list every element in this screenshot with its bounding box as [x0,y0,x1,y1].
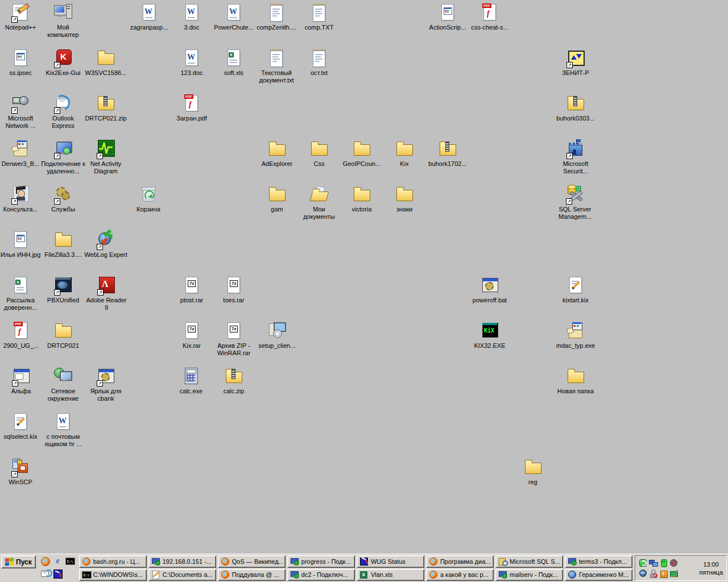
desktop-icon[interactable]: ↗Net Activity Diagram [83,139,129,175]
tray-blocked-icon[interactable] [669,559,678,567]
folderzip-icon [437,139,458,159]
desktop-icon[interactable]: calc.zip [211,367,257,395]
desktop-icon[interactable]: ост.txt [296,48,342,77]
taskbar-window-button[interactable]: QoS — Википед... [218,555,286,568]
tray-globe-icon[interactable] [639,569,647,577]
desktop-icon[interactable]: K↗Kix2Exe-Gui [40,48,86,77]
desktop-icon[interactable]: Новая папка [553,367,598,395]
desktop-icon[interactable]: Denwer3_B... [0,139,43,168]
desktop-icon[interactable]: ↗WinSCP [0,458,43,486]
desktop-icon[interactable]: compZenith.... [254,3,299,31]
desktop-icon[interactable]: ↗Notepad++ [0,3,43,31]
desktop-icon[interactable]: Wс почтовым ящиком hr ... [40,412,86,448]
desktop-icon[interactable]: ↗Microsoft Network ... [0,94,43,130]
desktop-icon[interactable]: buhork1702... [425,139,470,168]
tray-user-x-icon[interactable]: x [649,569,657,577]
desktop-icon[interactable]: знаки [382,185,427,213]
desktop-icon[interactable]: 7ztoes.rar [211,276,257,304]
desktop-icon[interactable]: ↗Подключение к удаленно... [40,139,86,175]
desktop-icon[interactable]: Текстовый документ.txt [254,48,299,84]
desktop[interactable]: ↗Notepad++Мой компьютерWzagranpasp...W3.… [0,0,728,582]
desktop-icon[interactable]: kixtart.kix [553,276,598,304]
desktop-icon[interactable]: ↗WebLog Expert [83,230,129,259]
taskbar-window-button[interactable]: progress - Подк... [287,555,355,568]
desktop-icon[interactable]: Мой компьютер [40,3,86,39]
desktop-icon[interactable]: W3.doc [169,3,214,31]
taskbar-window-button[interactable]: C:\C:\WINDOWS\s... [79,569,147,581]
taskbar-window-button[interactable]: а какой у вас р... [426,569,494,581]
wug-quicklaunch-button[interactable] [53,569,63,579]
desktop-icon[interactable]: buhork0303... [553,94,598,122]
tray-nic-icon[interactable] [669,569,678,577]
taskbar-window-button[interactable]: 192.168.0.151 -... [148,555,216,568]
desktop-icon[interactable]: ↗Outlook Express [40,94,86,130]
ie-quicklaunch-button[interactable]: e [53,556,63,567]
desktop-icon[interactable]: ss.ipsec [0,48,43,77]
desktop-icon[interactable]: DRTCP021 [40,321,86,350]
desktop-icon[interactable]: Корзина [126,185,171,213]
desktop-icon[interactable]: poweroff.bat [467,276,512,304]
desktop-icon[interactable]: mdac_typ.exe [553,321,598,350]
desktop-icon[interactable]: calc.exe [168,367,214,395]
taskbar-window-button[interactable]: Поддувала @ ... [218,569,286,581]
desktop-icon[interactable]: Илья ИНН.jpg [0,230,43,259]
desktop-icon[interactable]: PDFf2900_UG_... [0,321,44,350]
tray-computers-icon[interactable] [649,559,657,567]
taskbar-window-button[interactable]: mailserv - Подк... [495,569,563,581]
desktop-icon[interactable]: GeoIPCoun... [339,139,384,168]
desktop-icon[interactable]: Λ↗Adobe Reader 9 [84,276,129,311]
desktop-icon[interactable]: ↗SQL Server Managem... [552,185,598,221]
desktop-icon[interactable]: ↗Ярлык для cbank [83,367,129,402]
desktop-icon[interactable]: 7zptost.rar [169,276,214,304]
desktop-icon[interactable]: KiXKIX32.EXE [467,321,512,350]
desktop-icon[interactable]: Мои документы [296,185,342,221]
desktop-icon[interactable]: 7zАрхив ZIP - WinRAR.rar [211,321,257,357]
tray-alert-icon[interactable]: ! [659,569,668,577]
taskbar-window-button[interactable]: XVlan.xls [357,569,424,581]
desktop-icon[interactable]: XРассылка доверенн... [0,276,43,311]
desktop-icon[interactable]: W123.doc [169,48,214,77]
cmd-quicklaunch-button[interactable]: C:\ [65,556,76,567]
taskbar-window-button[interactable]: Герасименко М... [565,569,632,581]
desktop-icon[interactable]: ↗PBXUnified [40,276,86,304]
desktop-icon[interactable]: Css [296,139,342,168]
desktop-icon[interactable]: 7zKix.rar [169,321,214,350]
desktop-icon[interactable]: ↗Альфа [0,367,44,395]
taskbar-window-button[interactable]: Программа диа... [426,555,494,568]
desktop-icon[interactable]: Сетевое окружение [40,367,86,402]
desktop-icon[interactable]: DRTCP021.zip [83,94,129,122]
desktop-icon[interactable]: W3SVC1586... [83,48,129,77]
desktop-icon[interactable]: ↗Консульта... [0,185,43,213]
desktop-icon[interactable]: ↗Microsoft Securit... [553,139,598,175]
desktop-icon-label: ptost.rar [169,297,214,304]
taskbar-window-button[interactable]: WUG Status [357,555,424,568]
desktop-icon[interactable]: PDFfcss-cheat-s... [467,3,512,31]
desktop-icon[interactable]: gam [254,185,300,213]
desktop-icon[interactable]: PDFfЗагран.pdf [169,94,214,122]
taskbar-window-button[interactable]: Microsoft SQL S... [495,555,563,568]
desktop-icon[interactable]: ↗Службы [40,185,86,213]
desktop-icon[interactable]: setup_clien... [254,321,300,350]
desktop-icon[interactable]: victoria [339,185,384,213]
desktop-icon[interactable]: Wzagranpasp... [126,3,172,31]
firefox-quicklaunch-button[interactable] [40,556,51,567]
outlook-express-quicklaunch-button[interactable] [40,569,51,579]
desktop-icon[interactable]: ActionScrip... [425,3,470,31]
desktop-icon[interactable]: comp.TXT [296,3,342,31]
tray-update-icon[interactable] [639,559,647,567]
desktop-icon[interactable]: ↗ЗЕНИТ-Р [553,48,598,77]
desktop-icon[interactable]: AdExplorer [254,139,300,168]
desktop-icon[interactable]: sqlselect.kix [0,412,43,440]
desktop-icon[interactable]: FileZilla3.3.... [40,230,86,259]
desktop-icon[interactable]: Xsoft.xls [211,48,257,77]
clock[interactable]: 13:00 пятница [699,560,724,576]
desktop-icon[interactable]: WPowerChute... [211,3,257,31]
taskbar-window-button[interactable]: dc2 - Подключ... [287,569,355,581]
desktop-icon[interactable]: Kix [382,139,427,168]
taskbar-window-button[interactable]: bash.org.ru - Ц... [79,555,147,568]
start-button[interactable]: Пуск [1,555,36,568]
taskbar-window-button[interactable]: C:\Documents a... [148,569,216,581]
taskbar-window-button[interactable]: terms3 - Подкл... [565,555,632,568]
tray-robot-icon[interactable] [659,559,668,567]
desktop-icon[interactable]: reg [510,458,556,486]
